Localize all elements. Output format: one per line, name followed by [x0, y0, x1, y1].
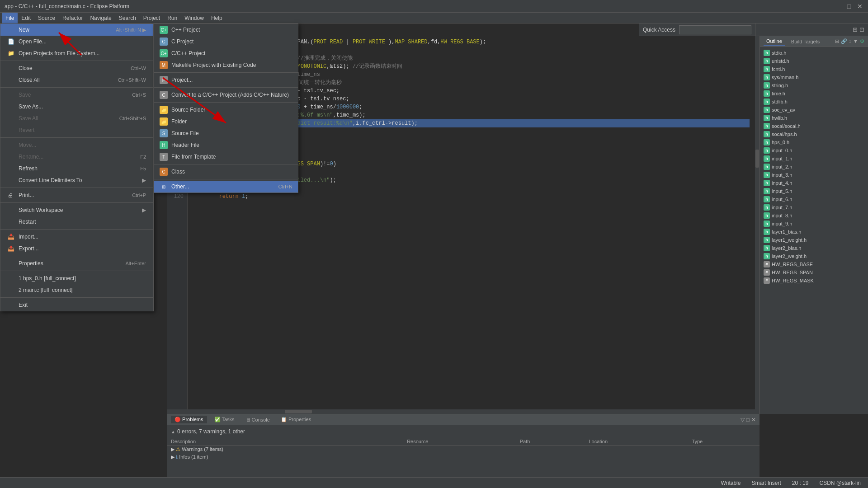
menu-open-file[interactable]: 📄Open File... — [0, 36, 153, 47]
outline-item-hwlib[interactable]: hhwlib.h — [760, 114, 868, 122]
new-folder[interactable]: 📁 Folder — [154, 116, 298, 127]
menu-close[interactable]: Close Ctrl+W — [0, 62, 153, 74]
menu-edit[interactable]: Edit — [18, 13, 34, 23]
problems-row-infos[interactable]: ▶ ℹ Infos (1 item) — [167, 453, 760, 461]
problems-row-warnings[interactable]: ▶ ⚠ Warnings (7 items) — [167, 446, 760, 454]
outline-item-input8[interactable]: hinput_8.h — [760, 211, 868, 220]
link-editor-btn[interactable]: 🔗 — [841, 38, 847, 44]
summary-expand-btn[interactable]: ▲ — [171, 429, 175, 434]
outline-item-sysmman[interactable]: hsys/mman.h — [760, 73, 868, 81]
menu-recent-2[interactable]: 2 main.c [full_connect] — [0, 284, 153, 296]
new-cpp-project-2[interactable]: C+ C/C++ Project — [154, 47, 298, 59]
outline-item-unistd[interactable]: hunistd.h — [760, 57, 868, 65]
menu-recent-1[interactable]: 1 hps_0.h [full_connect] — [0, 272, 153, 284]
menu-project[interactable]: Project — [140, 13, 164, 23]
menu-rename[interactable]: Rename... F2 — [0, 151, 153, 163]
new-other[interactable]: ⊞ Other... Ctrl+N — [154, 181, 298, 192]
menu-source[interactable]: Source — [34, 13, 59, 23]
outline-item-input4[interactable]: hinput_4.h — [760, 179, 868, 187]
new-file-from-template[interactable]: T File from Template — [154, 151, 298, 163]
new-convert-project[interactable]: C Convert to a C/C++ Project (Adds C/C++… — [154, 89, 298, 101]
infos-expand-btn[interactable]: ▶ — [171, 454, 175, 460]
menu-window[interactable]: Window — [181, 13, 208, 23]
menu-save[interactable]: Save Ctrl+S — [0, 89, 153, 101]
menu-new[interactable]: New Alt+Shift+N ▶ — [0, 24, 153, 36]
collapse-all-btn[interactable]: ⊟ — [835, 38, 839, 44]
menu-revert[interactable]: Revert — [0, 124, 153, 136]
menu-file[interactable]: File — [2, 13, 18, 23]
horizontal-scrollbar[interactable] — [167, 409, 755, 414]
outline-item-hwregsmask[interactable]: #HW_REGS_MASK — [760, 277, 868, 285]
new-project[interactable]: P Project... — [154, 74, 298, 86]
bottom-minimize-btn[interactable]: ▽ — [741, 417, 745, 423]
new-cpp-project[interactable]: C+ C++ Project — [154, 24, 298, 36]
outline-item-layer1weight[interactable]: hlayer1_weight.h — [760, 236, 868, 244]
menu-navigate[interactable]: Navigate — [86, 13, 115, 23]
outline-item-layer1bias[interactable]: hlayer1_bias.h — [760, 228, 868, 236]
tab-tasks[interactable]: ✅ Tasks — [211, 416, 238, 423]
outline-item-input7[interactable]: hinput_7.h — [760, 203, 868, 211]
new-source-folder[interactable]: 📁 Source Folder — [154, 104, 298, 116]
perspectives-btn[interactable]: ⊞ — [853, 26, 858, 33]
outline-item-input2[interactable]: hinput_2.h — [760, 163, 868, 171]
tab-console[interactable]: 🖥 Console — [242, 416, 274, 423]
tab-properties[interactable]: 📋 Properties — [277, 416, 315, 423]
menu-run[interactable]: Run — [164, 13, 181, 23]
outline-item-hwregsspan[interactable]: #HW_REGS_SPAN — [760, 268, 868, 277]
outline-settings-btn[interactable]: ⚙ — [860, 38, 864, 44]
open-perspective-btn[interactable]: ⊡ — [859, 26, 864, 33]
menu-properties[interactable]: Properties Alt+Enter — [0, 258, 153, 269]
outline-item-time[interactable]: htime.h — [760, 89, 868, 98]
menu-refactor[interactable]: Refactor — [59, 13, 86, 23]
new-source-file[interactable]: S Source File — [154, 127, 298, 139]
outline-item-input0[interactable]: hinput_0.h — [760, 146, 868, 155]
outline-item-string[interactable]: hstring.h — [760, 81, 868, 89]
outline-item-stdlib[interactable]: hstdlib.h — [760, 98, 868, 106]
tab-problems[interactable]: 🔴 Problems — [171, 416, 207, 423]
menu-save-as[interactable]: Save As... — [0, 101, 153, 113]
menu-move[interactable]: Move... — [0, 139, 153, 151]
outline-item-input5[interactable]: hinput_5.h — [760, 187, 868, 195]
menu-switch-workspace[interactable]: Switch Workspace ▶ — [0, 204, 153, 216]
new-c-project[interactable]: C C Project — [154, 36, 298, 47]
outline-tab[interactable]: Outline — [764, 38, 785, 46]
bottom-close-btn[interactable]: ✕ — [751, 417, 756, 423]
filter-btn[interactable]: ▼ — [853, 38, 858, 44]
outline-item-soccvav[interactable]: hsoc_cv_av — [760, 106, 868, 114]
menu-exit[interactable]: Exit — [0, 299, 153, 311]
outline-item-input6[interactable]: hinput_6.h — [760, 195, 868, 203]
outline-item-hps0[interactable]: hhps_0.h — [760, 138, 868, 146]
build-targets-tab[interactable]: Build Targets — [788, 38, 822, 45]
sort-btn[interactable]: ↕ — [849, 38, 852, 44]
menu-refresh[interactable]: Refresh F5 — [0, 163, 153, 174]
menu-print[interactable]: 🖨Print... Ctrl+P — [0, 189, 153, 201]
menu-restart[interactable]: Restart — [0, 216, 153, 228]
menu-help[interactable]: Help — [208, 13, 226, 23]
bottom-maximize-btn[interactable]: □ — [746, 417, 750, 423]
outline-item-layer2bias[interactable]: hlayer2_bias.h — [760, 244, 868, 252]
outline-item-socalhps[interactable]: hsocal/hps.h — [760, 130, 868, 138]
menu-import[interactable]: 📥Import... — [0, 231, 153, 243]
menu-search[interactable]: Search — [115, 13, 140, 23]
new-header-file[interactable]: H Header File — [154, 139, 298, 151]
warnings-expand-btn[interactable]: ▶ — [171, 446, 175, 452]
outline-item-input9[interactable]: hinput_9.h — [760, 220, 868, 228]
outline-item-fcntl[interactable]: hfcntl.h — [760, 65, 868, 73]
outline-item-layer2weight[interactable]: hlayer2_weight.h — [760, 252, 868, 260]
menu-open-projects[interactable]: 📁Open Projects from File System... — [0, 47, 153, 59]
quick-access-input[interactable] — [679, 25, 751, 34]
outline-item-socal[interactable]: hsocal/socal.h — [760, 122, 868, 130]
vertical-scrollbar[interactable] — [755, 36, 760, 414]
new-makefile-project[interactable]: M Makefile Project with Existing Code — [154, 59, 298, 71]
outline-item-hwregsbase[interactable]: #HW_REGS_BASE — [760, 260, 868, 268]
outline-item-input1[interactable]: hinput_1.h — [760, 155, 868, 163]
close-button[interactable]: ✕ — [856, 3, 863, 10]
menu-save-all[interactable]: Save All Ctrl+Shift+S — [0, 113, 153, 124]
outline-item-input3[interactable]: hinput_3.h — [760, 171, 868, 179]
maximize-button[interactable]: □ — [845, 3, 853, 10]
menu-close-all[interactable]: Close All Ctrl+Shift+W — [0, 74, 153, 86]
new-class[interactable]: C Class — [154, 166, 298, 178]
minimize-button[interactable]: — — [835, 3, 842, 10]
outline-item-stdio[interactable]: hstdio.h — [760, 49, 868, 57]
menu-export[interactable]: 📤Export... — [0, 243, 153, 254]
